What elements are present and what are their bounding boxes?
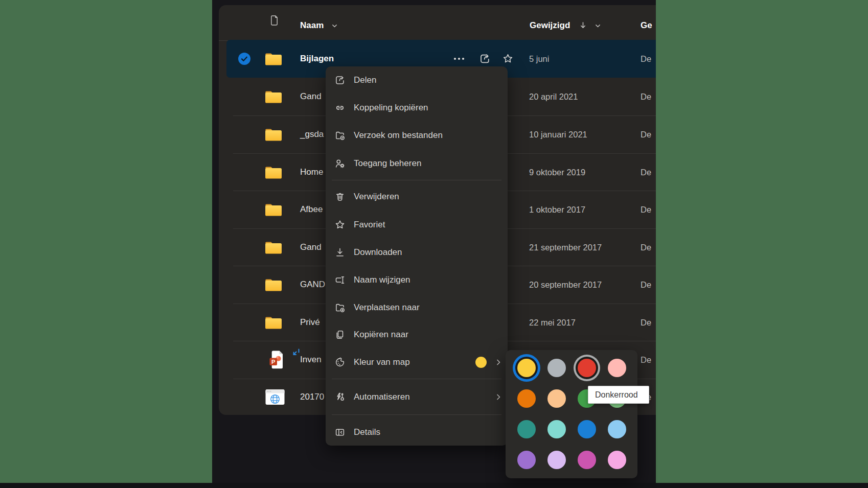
file-name: _gsda (300, 129, 324, 140)
menu-divider (332, 379, 501, 379)
favorite-button[interactable] (502, 53, 514, 65)
sort-descending-icon (579, 21, 587, 30)
color-swatch[interactable] (517, 420, 536, 438)
folder-icon (264, 240, 283, 255)
menu-item-label: Details (354, 427, 380, 437)
svg-text:P: P (271, 359, 275, 365)
menu-item-favoriet[interactable]: Favoriet (326, 211, 508, 239)
folder-icon (264, 127, 283, 142)
menu-item-delen[interactable]: Delen (326, 66, 508, 94)
menu-item-naam-wijzigen[interactable]: Naam wijzigen (326, 266, 508, 294)
wallpaper-right (656, 0, 868, 483)
palette-icon (334, 357, 346, 368)
file-shared-status: De (641, 168, 651, 177)
chevron-down-icon (331, 22, 338, 29)
current-folder-color-swatch (475, 357, 487, 368)
menu-item-label: Naam wijzigen (354, 275, 410, 285)
shared-column-header[interactable]: Ge (641, 20, 652, 31)
menu-item-automatiseren[interactable]: Automatiseren (326, 383, 508, 411)
menu-item-toegang-beheren[interactable]: Toegang beheren (326, 150, 508, 177)
menu-item-label: Koppeling kopiëren (354, 103, 428, 113)
file-shared-status: De (641, 243, 651, 252)
rename-icon (334, 274, 346, 286)
menu-item-kleur-van-map[interactable]: Kleur van map (326, 348, 508, 376)
web-file-icon (265, 388, 285, 405)
color-swatch[interactable] (517, 389, 536, 408)
folder-icon (264, 277, 283, 292)
menu-item-label: Verwijderen (354, 192, 399, 202)
color-swatch[interactable] (517, 359, 536, 377)
tooltip: Donkerrood (588, 386, 649, 404)
menu-item-verzoek-om-bestanden[interactable]: Verzoek om bestanden (326, 122, 508, 149)
file-shared-status: De (641, 205, 651, 215)
menu-item-label: Delen (354, 75, 376, 85)
chevron-down-icon (595, 22, 601, 29)
share-button[interactable] (479, 53, 491, 65)
menu-item-label: Toegang beheren (354, 158, 421, 169)
menu-item-label: Favoriet (354, 220, 385, 230)
menu-item-label: Verplaatsen naar (354, 303, 420, 313)
share-icon (334, 75, 346, 86)
file-date: 1 oktober 2017 (529, 205, 585, 215)
color-swatch[interactable] (608, 451, 626, 469)
file-name: 20170 (300, 392, 324, 402)
file-date: 5 juni (529, 54, 549, 64)
link-icon (334, 102, 346, 113)
move-to-icon (334, 302, 346, 313)
file-date: 20 september 2017 (529, 280, 602, 290)
file-date: 21 september 2017 (529, 243, 602, 252)
chevron-right-icon (494, 393, 502, 401)
file-shared-status: De (641, 130, 651, 140)
folder-request-icon (334, 130, 346, 141)
star-icon (334, 219, 346, 230)
menu-item-label: Kleur van map (354, 357, 410, 367)
color-swatch[interactable] (608, 359, 626, 377)
desktop: Naam Gewijzigd Ge Bijlagen (0, 0, 868, 488)
file-name: Bijlagen (300, 54, 334, 64)
trash-icon (334, 191, 346, 202)
menu-item-label: Downloaden (354, 247, 402, 258)
folder-icon (264, 202, 283, 217)
file-shared-status: De (641, 280, 651, 290)
color-swatch[interactable] (578, 359, 596, 377)
context-menu: Delen Koppeling kopiëren Verzoek om best… (326, 66, 508, 446)
row-checkbox-checked-icon[interactable] (238, 52, 251, 65)
menu-item-details[interactable]: Details (326, 419, 508, 446)
color-swatch[interactable] (608, 420, 626, 438)
file-date: 10 januari 2021 (529, 130, 587, 140)
wallpaper-left (0, 0, 212, 483)
folder-icon (264, 52, 283, 66)
folder-color-submenu (506, 350, 637, 478)
file-name: Gand (300, 91, 322, 102)
menu-item-verwijderen[interactable]: Verwijderen (326, 183, 508, 211)
file-name: GAND (300, 280, 325, 290)
ellipsis-button[interactable] (453, 53, 465, 65)
color-swatch[interactable] (578, 451, 596, 469)
menu-item-koppeling-kopieren[interactable]: Koppeling kopiëren (326, 94, 508, 122)
file-date: 9 oktober 2019 (529, 168, 585, 177)
color-swatch[interactable] (517, 451, 536, 469)
menu-item-kopieren-naar[interactable]: Kopiëren naar (326, 321, 508, 348)
moved-item-arrow-icon (291, 348, 301, 359)
taskbar (0, 483, 868, 488)
menu-item-label: Verzoek om bestanden (354, 130, 443, 141)
menu-item-downloaden[interactable]: Downloaden (326, 239, 508, 266)
file-shared-status: De (641, 92, 651, 102)
folder-icon (264, 165, 283, 180)
color-swatch[interactable] (547, 451, 566, 469)
color-swatch[interactable] (547, 359, 566, 377)
file-shared-status: De (641, 318, 651, 328)
menu-item-verplaatsen-naar[interactable]: Verplaatsen naar (326, 294, 508, 321)
modified-column-header[interactable]: Gewijzigd (530, 20, 570, 31)
menu-item-label: Kopiëren naar (354, 330, 408, 340)
color-swatch[interactable] (547, 389, 566, 408)
copy-icon (334, 329, 346, 340)
color-swatch[interactable] (578, 420, 596, 438)
document-icon (269, 14, 279, 27)
color-swatch[interactable] (547, 420, 566, 438)
file-name: Inven (300, 355, 322, 365)
automate-icon (334, 391, 346, 403)
name-column-header[interactable]: Naam (300, 20, 324, 31)
folder-icon (264, 89, 283, 104)
folder-icon (264, 315, 283, 330)
